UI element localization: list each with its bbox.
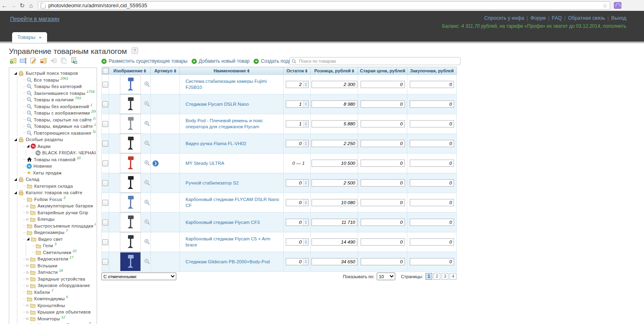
stock-spinner[interactable]	[303, 258, 308, 265]
column-header[interactable]: Наименование	[180, 67, 284, 75]
nav-link-2[interactable]: FAQ	[552, 15, 562, 21]
select-all-checkbox[interactable]	[103, 68, 109, 74]
zoom-preview-icon[interactable]	[144, 199, 150, 206]
tree-item[interactable]: Follow Focus3	[23, 196, 96, 203]
product-thumbnail[interactable]	[120, 75, 141, 94]
tree-item[interactable]: Товары без изображений1	[23, 103, 96, 110]
product-name-link[interactable]: Система стабилизации камеры Fujimi FJSB1…	[180, 78, 283, 90]
product-thumbnail[interactable]	[120, 252, 141, 271]
product-name-link[interactable]: Body Pod - Плечевой ремень и пояс операт…	[180, 118, 283, 130]
top-up-link[interactable]: пополнить	[603, 23, 626, 29]
nav-link-4[interactable]: Выход	[611, 15, 626, 21]
tree-item[interactable]: Категория склада	[23, 183, 96, 190]
purchase-price-input[interactable]	[410, 179, 454, 187]
tree-item[interactable]: Все товары2061	[23, 77, 96, 84]
page-button-2[interactable]: 2	[433, 273, 440, 280]
product-name-link[interactable]: Стедикам Glidecam PB-2000+Body-Pod	[180, 259, 283, 265]
old-price-input[interactable]	[361, 120, 405, 127]
webstore-bag-icon[interactable]	[614, 2, 621, 9]
tree-item[interactable]: Склад	[14, 176, 96, 183]
purchase-price-input[interactable]	[410, 238, 454, 246]
old-price-input[interactable]	[361, 199, 405, 206]
product-name-link[interactable]: Карбоновый стедикам Flycam C5 + Arm brac…	[180, 236, 283, 248]
tree-item[interactable]: Светильники22	[32, 249, 96, 256]
collapsed-node-icon[interactable]: ▷	[27, 303, 29, 307]
address-bar[interactable]: photovideomir.ru/admin/store#,cid_559535…	[38, 1, 610, 10]
zoom-preview-icon[interactable]	[144, 121, 150, 127]
product-thumbnail[interactable]	[120, 173, 141, 193]
tree-item[interactable]: Гели3	[32, 242, 96, 249]
tree-item[interactable]: Быстрый поиск товаров	[14, 70, 96, 77]
variants-expand-icon[interactable]: ❯	[153, 160, 159, 166]
zoom-preview-icon[interactable]	[144, 180, 150, 187]
row-checkbox[interactable]	[102, 121, 108, 127]
row-checkbox[interactable]	[102, 101, 108, 107]
sort-icon[interactable]	[247, 69, 250, 73]
tree-item[interactable]: %Акции	[23, 143, 96, 150]
bookmark-star-icon[interactable]: ☆	[602, 2, 607, 9]
stock-input[interactable]	[286, 180, 303, 186]
stock-spinner[interactable]	[303, 219, 308, 226]
tree-item[interactable]: Товары, скрытые на сайте22	[23, 117, 96, 123]
old-price-input[interactable]	[361, 160, 405, 167]
forward-icon[interactable]: →	[9, 2, 18, 9]
tree-item[interactable]: Товары в наличии793	[23, 96, 96, 103]
zoom-preview-icon[interactable]	[144, 239, 150, 246]
edit-category-icon[interactable]	[30, 57, 37, 64]
nav-link-3[interactable]: Обратная связь	[568, 15, 605, 21]
home-icon[interactable]: ⌂	[27, 2, 35, 9]
stock-spinner[interactable]	[303, 81, 308, 88]
retail-price-input[interactable]	[312, 179, 357, 187]
product-thumbnail[interactable]	[120, 154, 141, 173]
tree-item[interactable]: ▷Кронштейны	[23, 302, 96, 309]
stock-input[interactable]	[286, 140, 303, 147]
product-thumbnail[interactable]	[120, 232, 141, 252]
sort-icon[interactable]	[174, 69, 176, 73]
product-thumbnail[interactable]	[120, 114, 141, 133]
stock-spinner[interactable]	[303, 199, 308, 206]
retail-price-input[interactable]	[312, 100, 357, 108]
collapsed-node-icon[interactable]: ▷	[27, 310, 29, 314]
row-checkbox[interactable]	[102, 141, 108, 147]
old-price-input[interactable]	[361, 100, 405, 108]
sort-icon[interactable]	[305, 69, 308, 73]
retail-price-input[interactable]	[312, 81, 357, 88]
expanded-node-icon[interactable]	[14, 138, 17, 141]
rename-category-icon[interactable]	[20, 57, 27, 64]
tree-item[interactable]: Компендиумы5	[23, 295, 96, 302]
reload-icon[interactable]: ↻	[18, 2, 27, 9]
expanded-node-icon[interactable]	[27, 238, 29, 240]
nav-link-0[interactable]: Спросить у инфа	[484, 15, 524, 21]
product-name-link[interactable]: Карбоновый стедикам Flycam CF3	[180, 219, 283, 226]
tree-item[interactable]: Товары на главной20	[23, 156, 96, 163]
stock-spinner[interactable]	[303, 121, 308, 127]
stock-input[interactable]	[286, 199, 303, 206]
retail-price-input[interactable]	[312, 120, 357, 127]
row-checkbox[interactable]	[102, 180, 108, 186]
stock-input[interactable]	[286, 258, 303, 265]
page-button-4[interactable]: 4	[450, 273, 456, 280]
zoom-preview-icon[interactable]	[144, 258, 150, 265]
tree-item[interactable]: Особые разделы	[14, 136, 96, 143]
retail-price-input[interactable]	[312, 140, 357, 147]
collapsed-node-icon[interactable]: ▷	[27, 277, 29, 281]
tree-item[interactable]: Закончившиеся товары1756	[23, 90, 96, 97]
column-header[interactable]: Розница, рублей	[311, 67, 358, 75]
sort-icon[interactable]	[352, 69, 354, 73]
tree-item[interactable]: ▷Мониторы12	[23, 316, 96, 322]
add-new-product-button[interactable]: + Добавить новый товар	[192, 58, 250, 64]
purchase-price-input[interactable]	[410, 100, 454, 108]
tree-item[interactable]: ▷Крышки для объективов	[23, 309, 96, 316]
tree-item[interactable]: ★Хиты продаж	[23, 170, 96, 176]
zoom-preview-icon[interactable]	[144, 81, 150, 88]
tree-item[interactable]: ▷Запчасти18	[23, 269, 96, 276]
stock-input[interactable]	[286, 121, 303, 127]
add-category-icon[interactable]	[10, 57, 17, 64]
column-header[interactable]: Остаток	[284, 67, 311, 75]
product-name-link[interactable]: Карбоновый стедикам FLYCAM DSLR Nano CF	[180, 197, 283, 209]
row-checkbox[interactable]	[102, 239, 108, 245]
sort-icon[interactable]	[144, 69, 146, 73]
purchase-price-input[interactable]	[410, 81, 454, 88]
import-export-icon[interactable]	[70, 57, 77, 64]
stock-input[interactable]	[286, 101, 303, 107]
